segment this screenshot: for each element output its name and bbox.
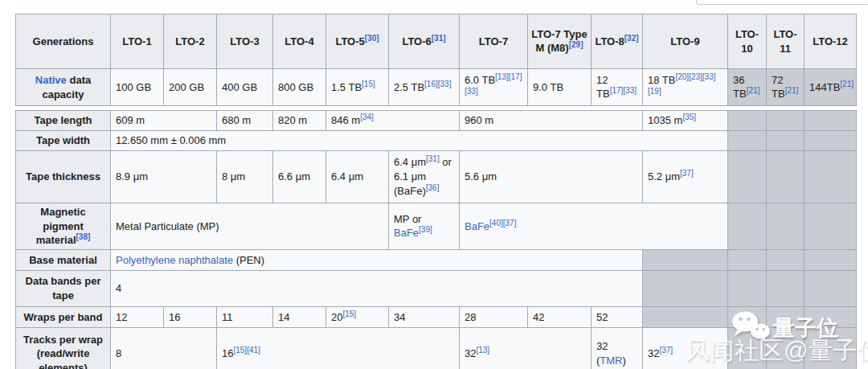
reference-link[interactable]: [23] [689,72,702,81]
reference-link[interactable]: [17] [509,72,522,81]
data-cell: 34 [389,306,460,327]
reference-link[interactable]: [33] [702,72,716,81]
reference-link[interactable]: [20] [675,72,689,81]
reference-link[interactable]: [40] [489,219,503,228]
reference-link[interactable]: [37] [680,169,694,178]
data-cell: 960 m [460,111,643,131]
empty-na-cell [767,270,805,306]
data-cell: 4 [111,270,643,306]
data-cell: 8 μm [217,151,273,203]
reference-link[interactable]: [19] [648,87,661,96]
empty-na-cell [643,306,728,327]
data-cell: 8.9 μm [111,151,217,203]
reference-link[interactable]: [13] [495,72,509,81]
empty-na-cell [767,151,805,203]
reference-link[interactable]: [30] [365,34,379,43]
col-header-lto-5: LTO-5[30] [326,14,389,69]
wiki-link[interactable]: Native [35,74,67,86]
reference-link[interactable]: [35] [682,113,696,121]
data-cell: 2.5 TB[16][33] [389,69,460,106]
data-cell: MP or BaFe[39] [389,203,460,250]
row-label-magnetic-pigment: Magnetic pigment material[38] [16,203,111,250]
empty-na-cell [728,270,767,306]
reference-link[interactable]: [37] [659,346,673,355]
data-cell: 12 TB[17][33] [592,69,643,106]
data-cell: 12.650 mm ± 0.006 mm [111,131,728,151]
empty-na-cell [728,249,767,270]
reference-link[interactable]: [34] [360,113,374,121]
row-magnetic-pigment: Magnetic pigment material[38]Metal Parti… [16,203,857,250]
col-header-generations: Generations [16,14,111,69]
reference-link[interactable]: [38] [76,232,91,241]
empty-na-cell [805,151,857,203]
reference-link[interactable]: [13] [476,346,489,355]
data-cell: 1035 m[35] [643,111,728,131]
data-cell: 28 [460,306,528,327]
data-cell: BaFe[40][37] [460,203,728,250]
reference-link[interactable]: [32] [624,34,639,43]
col-header-lto-2: LTO-2 [164,14,217,69]
empty-na-cell [767,131,805,151]
reference-link[interactable]: [36] [426,183,440,192]
reference-link[interactable]: [33] [438,80,452,88]
data-cell: 32 (TMR) [592,327,643,369]
empty-na-cell [805,111,857,131]
reference-link[interactable]: [21] [840,80,854,88]
data-cell: 14 [273,306,326,327]
watermark-text: 风闻社区@量子位 [686,334,868,367]
empty-na-cell [728,151,767,203]
wiki-link[interactable]: Polyethylene naphthalate [116,254,233,266]
reference-link[interactable]: [33] [623,86,637,95]
row-label-tape-length: Tape length [16,111,111,131]
reference-link[interactable]: [31] [426,154,440,163]
empty-na-cell: 72 TB[21] [767,69,805,106]
data-cell: 6.0 TB[13][17][33] [460,69,528,106]
row-tape-width: Tape width12.650 mm ± 0.006 mm [16,131,857,151]
reference-link[interactable]: [37] [503,219,517,228]
data-cell: 12 [111,306,164,327]
data-cell: 18 TB[20][23][33][19] [643,69,728,106]
reference-link[interactable]: [15] [362,80,375,88]
empty-na-cell [805,270,857,306]
col-header-lto-7: LTO-7 [460,14,528,69]
reference-link[interactable]: [31] [432,34,446,43]
reference-link[interactable]: [17] [610,86,624,95]
data-cell: 16 [164,306,217,327]
data-cell: 200 GB [164,69,217,106]
row-tape-length: Tape length609 m680 m820 m846 m[34]960 m… [16,111,857,131]
reference-link[interactable]: [29] [569,40,583,49]
row-data-bands: Data bands per tape4 [16,270,857,306]
data-cell: 6.4 μm [326,151,389,203]
reference-link[interactable]: [41] [247,346,260,355]
empty-na-cell [805,131,857,151]
empty-na-cell [728,111,767,131]
row-tape-thickness: Tape thickness8.9 μm8 μm6.6 μm6.4 μm6.4 … [16,151,857,203]
wiki-link[interactable]: TMR [600,355,622,367]
row-base-material: Base materialPolyethylene naphthalate (P… [16,249,857,270]
row-label-base-material: Base material [16,249,111,270]
reference-link[interactable]: [21] [747,86,760,95]
col-header-lto-9: LTO-9 [643,14,728,69]
wiki-link[interactable]: BaFe [465,220,489,232]
data-cell: 11 [217,306,273,327]
reference-link[interactable]: [15] [233,346,247,355]
data-cell: 400 GB [217,69,273,106]
wiki-link[interactable]: BaFe [394,228,419,240]
reference-link[interactable]: [39] [419,225,432,234]
col-header-lto-1: LTO-1 [111,14,164,69]
reference-link[interactable]: [33] [465,87,478,96]
data-cell: 5.6 μm [460,151,643,203]
data-cell: Metal Particulate (MP) [111,203,389,250]
reference-link[interactable]: [15] [342,310,356,318]
col-header-lto-3: LTO-3 [217,14,273,69]
reference-link[interactable]: [16] [424,80,438,88]
empty-na-cell: 144TB[21] [805,69,857,106]
data-cell: 6.4 μm[31] or 6.1 μm (BaFe)[36] [389,151,460,203]
data-cell: 6.6 μm [273,151,326,203]
col-header-lto-11: LTO-11 [767,14,805,69]
empty-na-cell [767,111,805,131]
col-header-lto-12: LTO-12 [805,14,857,69]
reference-link[interactable]: [21] [785,86,799,95]
row-native-capacity: Native data capacity100 GB200 GB400 GB80… [16,69,857,106]
data-cell: 609 m [111,111,217,131]
